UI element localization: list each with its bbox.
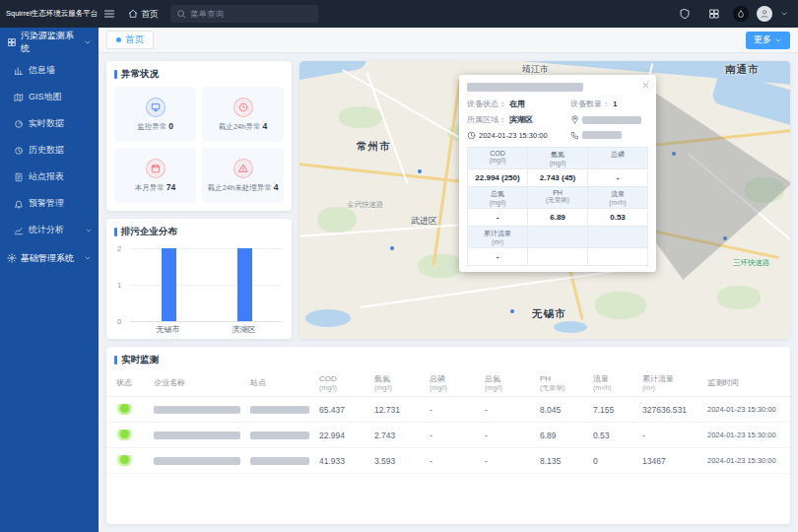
- user-menu-chevron-icon[interactable]: [780, 10, 788, 18]
- sidebar-item-report[interactable]: 站点报表: [0, 164, 99, 190]
- map-poi-dot: [418, 169, 422, 173]
- breadcrumb-home[interactable]: 首页: [128, 8, 159, 21]
- device-count-label: 设备数量：: [570, 99, 610, 109]
- popup-header-cell: PH(无量纲): [528, 187, 588, 209]
- sidebar-item-history[interactable]: 历史数据: [0, 137, 99, 164]
- table-row[interactable]: 41.9333.593--8.1350134672024-01-23 15:30…: [106, 448, 790, 474]
- map-greenspace: [418, 254, 463, 278]
- col-header: 总氮(mg/l): [483, 370, 538, 396]
- sidebar-item-label: 信息墙: [29, 64, 55, 77]
- col-header: 站点: [248, 370, 317, 396]
- popup-header-cell: 氨氮(mg/l): [528, 148, 588, 169]
- topbar-actions: [674, 6, 798, 22]
- sidebar-item-map[interactable]: GIS地图: [0, 84, 99, 110]
- popup-header-cell: 累计流量(m³): [468, 227, 528, 248]
- redacted-text: [154, 457, 240, 465]
- dark-circle-icon[interactable]: [733, 6, 749, 22]
- tab-active-dot: [116, 37, 121, 42]
- bar-chart: 012: [130, 248, 282, 321]
- y-tick-label: 2: [117, 244, 121, 253]
- search-input[interactable]: [190, 9, 312, 19]
- popup-header-cell: [588, 227, 648, 248]
- close-icon[interactable]: [641, 81, 650, 90]
- redacted-address: [582, 116, 641, 124]
- gridline: [130, 285, 282, 286]
- cell-cod: 65.437: [317, 405, 372, 415]
- map-road: [366, 72, 409, 183]
- sidebar-item-label: 历史数据: [29, 144, 64, 157]
- cell-total: -: [640, 431, 705, 440]
- chevron-down-icon: [774, 36, 782, 44]
- table-row[interactable]: 22.9942.743--6.890.53-2024-01-23 15:30:0…: [106, 423, 790, 448]
- shield-icon[interactable]: [679, 8, 691, 20]
- device-status-row: 设备状态： 在用: [467, 99, 570, 109]
- more-button-label: 更多: [754, 33, 771, 46]
- realtime-monitor-panel: 实时监测 状态企业名称站点COD(mg/l)氨氮(mg/l)总磷(mg/l)总氮…: [106, 347, 790, 524]
- calendar-icon: [146, 159, 166, 178]
- map-water: [554, 321, 587, 333]
- stats-grid: 监控异常0截止24h异常4本月异常74截止24h未处理异常4: [106, 85, 292, 205]
- sidebar-item-label: GIS地图: [29, 91, 62, 103]
- sidebar-item-bell[interactable]: 预警管理: [0, 190, 99, 217]
- region-value: 滨湖区: [509, 114, 533, 125]
- map-greenspace: [717, 286, 761, 309]
- tab-home[interactable]: 首页: [106, 31, 154, 49]
- cell-ph: 8.135: [538, 456, 591, 466]
- cell-total: 13467: [640, 456, 705, 466]
- stat-text: 截止24h异常4: [219, 121, 267, 132]
- cell-tn: -: [483, 405, 538, 415]
- panel-title: 实时监测: [106, 347, 790, 370]
- device-count-row: 设备数量： 1: [570, 99, 648, 109]
- popup-table-row: 累计流量(m³): [468, 227, 648, 248]
- popup-info: 设备状态： 在用 设备数量： 1 所属区域： 滨湖区: [467, 99, 648, 140]
- sidebar-item-stats[interactable]: 统计分析: [0, 217, 99, 243]
- redacted-popup-title: [467, 83, 583, 92]
- time-row: 2024-01-23 15:30:00: [467, 130, 570, 140]
- sidebar-section-pollution-monitoring[interactable]: 污染源监测系统: [0, 28, 99, 57]
- sidebar-item-label: 统计分析: [29, 224, 64, 236]
- map-label: 常州市: [357, 140, 391, 154]
- popup-header-cell: 流量(m³/h): [588, 187, 648, 209]
- enterprise-distribution-panel: 排污企业分布 012 无锡市滨湖区: [106, 219, 292, 339]
- sidebar-item-wall[interactable]: 信息墙: [0, 57, 99, 84]
- stat-card-calendar: 本月异常74: [114, 148, 196, 203]
- search-box[interactable]: [170, 5, 318, 23]
- gis-map-panel[interactable]: 靖江市南通市常州市江阴市金武快速路武进区无锡市三环快速路 设备状态： 在用 设备…: [299, 61, 790, 339]
- col-header: COD(mg/l): [317, 370, 372, 396]
- popup-table-row: 总氮(mg/l)PH(无量纲)流量(m³/h): [468, 187, 648, 209]
- pin-icon: [570, 115, 579, 124]
- bar-chart-x-axis: 无锡市滨湖区: [130, 324, 282, 335]
- more-button[interactable]: 更多: [746, 32, 790, 49]
- cell-time: 2024-01-23 15:30:00: [705, 405, 782, 414]
- popup-table-row: -6.890.53: [468, 209, 648, 227]
- stats-icon: [14, 226, 24, 235]
- table-body: 65.43712.731--8.0457.155327636.5312024-0…: [106, 397, 790, 474]
- sidebar-item-gauge[interactable]: 实时数据: [0, 110, 99, 137]
- redacted-text: [250, 432, 309, 439]
- cell-flow: 0.53: [591, 431, 640, 440]
- cell-site: [248, 405, 317, 415]
- title-accent-bar: [114, 228, 117, 236]
- map-greenspace: [317, 207, 357, 233]
- phone-row: [570, 130, 648, 140]
- panel-title-text: 排污企业分布: [121, 226, 177, 238]
- device-count-value: 1: [613, 100, 617, 108]
- stat-text: 监控异常0: [137, 121, 173, 132]
- redacted-text: [154, 406, 240, 414]
- table-row[interactable]: 65.43712.731--8.0457.155327636.5312024-0…: [106, 397, 790, 423]
- popup-value-cell: -: [588, 169, 648, 187]
- redacted-phone: [582, 131, 622, 139]
- abnormal-status-panel: 异常状况 监控异常0截止24h异常4本月异常74截止24h未处理异常4: [106, 61, 292, 211]
- apps-grid-icon[interactable]: [708, 8, 720, 20]
- col-header: 氨氮(mg/l): [372, 370, 428, 396]
- stat-label: 截止24h未处理异常: [208, 183, 272, 192]
- user-avatar[interactable]: [757, 6, 772, 22]
- stat-value: 4: [274, 182, 279, 192]
- menu-toggle-icon[interactable]: [103, 8, 115, 20]
- map-popup: 设备状态： 在用 设备数量： 1 所属区域： 滨湖区: [459, 75, 656, 272]
- sidebar-section-basic-management[interactable]: 基础管理系统: [0, 243, 99, 273]
- cell-flow: 0: [591, 456, 640, 466]
- chevron-down-icon: [84, 38, 92, 46]
- chevron-down-icon: [85, 227, 93, 234]
- redacted-text: [250, 406, 309, 414]
